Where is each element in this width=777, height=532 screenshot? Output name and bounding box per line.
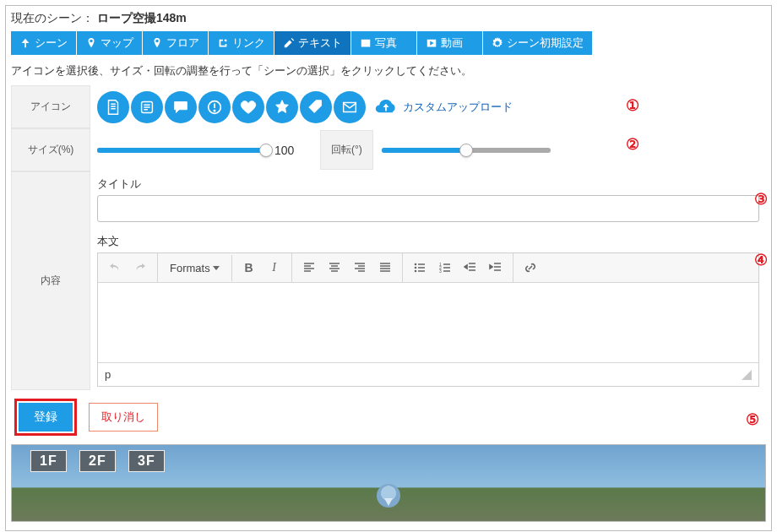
italic-button[interactable]: I (263, 257, 286, 279)
app-frame: 現在のシーン： ロープ空撮148m シーン マップ フロア リンク テキスト 写… (5, 5, 772, 531)
size-value: 100 (274, 144, 312, 157)
svg-point-5 (414, 267, 416, 269)
scene-line: 現在のシーン： ロープ空撮148m (11, 9, 766, 31)
panorama-preview[interactable]: 1F 2F 3F (11, 444, 766, 522)
label-rotation: 回転(°) (320, 130, 373, 170)
resize-grip-icon[interactable] (742, 370, 752, 380)
annotation-3: ③ (754, 190, 768, 209)
annotation-5: ⑤ (746, 410, 759, 429)
tab-init[interactable]: シーン初期設定 (483, 31, 593, 55)
svg-text:3: 3 (439, 269, 442, 274)
arrow-up-icon (19, 37, 31, 49)
label-size: サイズ(%) (11, 128, 90, 171)
number-list-button[interactable]: 123 (433, 257, 457, 279)
title-input[interactable] (97, 195, 759, 222)
icon-option-mail[interactable] (334, 91, 366, 123)
editor-toolbar: Formats B I 123 (98, 253, 758, 283)
label-icon: アイコン (11, 85, 90, 128)
upload-label: カスタムアップロード (403, 100, 513, 115)
actions-row: 登録 取り消し ⑤ (11, 390, 766, 444)
size-slider[interactable] (97, 148, 266, 153)
floor-button-2f[interactable]: 2F (79, 450, 116, 472)
icon-option-note[interactable] (131, 91, 163, 123)
tab-text[interactable]: テキスト (274, 31, 351, 55)
cancel-button[interactable]: 取り消し (89, 403, 158, 432)
floor-button-1f[interactable]: 1F (30, 450, 67, 472)
tab-video[interactable]: 動画 (417, 31, 483, 55)
row-icon: アイコン カスタムアップロード ① (11, 85, 766, 128)
icon-option-star[interactable] (266, 91, 298, 123)
bullet-list-button[interactable] (408, 257, 432, 279)
annotation-4: ④ (754, 251, 768, 269)
gear-icon (492, 37, 503, 49)
icon-option-document[interactable] (97, 91, 129, 123)
content-body: タイトル ③ 本文 Formats B I (90, 171, 766, 390)
cloud-upload-icon (374, 98, 398, 117)
custom-upload[interactable]: カスタムアップロード (374, 98, 513, 117)
icon-cell: カスタムアップロード ① (90, 88, 766, 127)
tab-scene[interactable]: シーン (11, 31, 77, 55)
submit-button[interactable]: 登録 (19, 403, 73, 432)
editor-content-area[interactable] (98, 283, 758, 362)
outdent-button[interactable] (459, 257, 482, 279)
label-title: タイトル (97, 176, 759, 192)
svg-point-4 (414, 263, 416, 266)
link-button[interactable] (519, 257, 542, 279)
tab-bar: シーン マップ フロア リンク テキスト 写真 動画 シーン初期設定 (11, 31, 766, 55)
icon-option-tag[interactable] (300, 91, 332, 123)
tab-floor[interactable]: フロア (143, 31, 209, 55)
annotation-1: ① (626, 96, 639, 115)
align-justify-button[interactable] (373, 257, 397, 279)
icon-option-heart[interactable] (232, 91, 264, 123)
tab-link[interactable]: リンク (209, 31, 274, 55)
image-icon (360, 37, 372, 49)
edit-icon (283, 37, 295, 49)
row-content: 内容 タイトル ③ 本文 Formats B I (11, 171, 766, 390)
undo-button[interactable] (103, 257, 127, 279)
rich-text-editor: Formats B I 123 (97, 252, 759, 387)
bold-button[interactable]: B (237, 257, 261, 279)
instruction-note: アイコンを選択後、サイズ・回転の調整を行って「シーンの選択」をクリックしてくださ… (11, 55, 766, 85)
align-center-button[interactable] (323, 257, 346, 279)
icon-option-alert[interactable] (198, 91, 231, 123)
align-right-button[interactable] (348, 257, 372, 279)
tab-map[interactable]: マップ (77, 31, 143, 55)
size-slider-area: 100 回転(°) ② (90, 130, 766, 170)
floor-button-3f[interactable]: 3F (128, 450, 165, 472)
chevron-down-icon (213, 266, 220, 270)
annotation-2: ② (626, 135, 639, 154)
pin-icon (85, 37, 97, 49)
label-body: 本文 (97, 234, 759, 249)
svg-point-6 (414, 270, 416, 273)
svg-point-2 (214, 110, 215, 111)
scene-label: 現在のシーン： (11, 11, 94, 24)
video-icon (426, 37, 437, 49)
scene-name: ロープ空撮148m (97, 11, 187, 24)
pin-icon (151, 37, 163, 49)
submit-highlight: 登録 (14, 399, 77, 436)
align-left-button[interactable] (297, 257, 321, 279)
icon-option-speech[interactable] (165, 91, 197, 123)
rotation-slider[interactable] (382, 148, 551, 153)
external-link-icon (217, 37, 229, 49)
redo-button[interactable] (128, 257, 152, 279)
indent-button[interactable] (484, 257, 508, 279)
editor-path: p (105, 368, 111, 381)
tab-photo[interactable]: 写真 (351, 31, 417, 55)
formats-dropdown[interactable]: Formats (163, 258, 226, 278)
download-marker-icon[interactable] (377, 484, 400, 508)
label-content: 内容 (11, 171, 90, 390)
row-size: サイズ(%) 100 回転(°) ② (11, 128, 766, 171)
